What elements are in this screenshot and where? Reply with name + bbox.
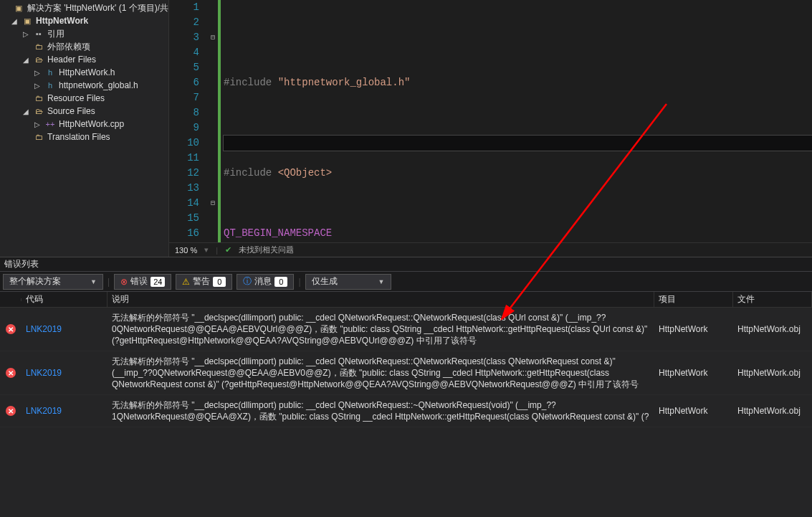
error-icon: ✕ bbox=[6, 324, 16, 334]
error-table-header: 代码 说明 项目 文件 bbox=[0, 292, 812, 308]
folder-icon: 🗀 bbox=[33, 93, 44, 104]
headers-label: Header Files bbox=[47, 54, 96, 65]
source-files-node[interactable]: ◢ 🗁 Source Files bbox=[0, 105, 168, 118]
error-icon: ✕ bbox=[6, 406, 16, 416]
table-row[interactable]: ✕ LNK2019 无法解析的外部符号 "__declspec(dllimpor… bbox=[0, 395, 812, 427]
code-editor[interactable]: 1234567891011121314151617 ⊟ ⊟ #include "… bbox=[169, 0, 812, 257]
warnings-label: 警告 bbox=[193, 275, 210, 288]
expander-icon[interactable]: ▷ bbox=[33, 120, 42, 128]
info-icon: ⓘ bbox=[243, 275, 252, 288]
build-filter-label: 仅生成 bbox=[312, 275, 338, 288]
expander-icon[interactable]: ▷ bbox=[33, 82, 42, 90]
folder-icon: 🗀 bbox=[33, 131, 44, 143]
errors-count: 24 bbox=[151, 277, 165, 287]
line-number-gutter: 1234567891011121314151617 bbox=[169, 0, 208, 242]
error-file: HttpNetWork.obj bbox=[733, 398, 812, 424]
messages-label: 消息 bbox=[254, 275, 272, 288]
folder-icon: 🗁 bbox=[33, 105, 44, 117]
error-proj: HttpNetWork bbox=[654, 398, 733, 424]
code-body[interactable]: #include "httpnetwork_global.h" #include… bbox=[221, 0, 812, 242]
error-code[interactable]: LNK2019 bbox=[22, 398, 108, 424]
warning-icon: ⚠ bbox=[182, 277, 190, 287]
error-file: HttpNetWork.obj bbox=[733, 310, 812, 348]
header-file-2[interactable]: ▷ h httpnetwork_global.h bbox=[0, 79, 168, 92]
no-issues-text: 未找到相关问题 bbox=[239, 245, 294, 255]
sources-label: Source Files bbox=[47, 106, 95, 116]
references-icon: ▪▪ bbox=[33, 28, 44, 39]
cpp1-label: HttpNetWork.cpp bbox=[59, 119, 124, 129]
translation-label: Translation Files bbox=[47, 132, 110, 142]
project-label: HttpNetWork bbox=[36, 16, 88, 26]
expander-icon[interactable]: ◢ bbox=[22, 56, 30, 64]
solution-icon: ▣ bbox=[13, 2, 24, 14]
solution-node[interactable]: ▣ 解决方案 'HttpNetWork' (1 个项目)/共 bbox=[0, 1, 168, 14]
th-proj[interactable]: 项目 bbox=[654, 292, 733, 307]
ns-begin: QT_BEGIN_NAMESPACE bbox=[224, 227, 332, 239]
warnings-filter-button[interactable]: ⚠ 警告 0 bbox=[176, 274, 232, 290]
errors-filter-button[interactable]: ⊗ 错误 24 bbox=[114, 274, 171, 290]
pp-include: #include bbox=[224, 77, 272, 88]
error-code[interactable]: LNK2019 bbox=[22, 310, 108, 348]
expander-icon[interactable]: ▷ bbox=[22, 30, 30, 38]
pp-include: #include bbox=[224, 167, 272, 179]
project-node[interactable]: ◢ ▣ HttpNetWork bbox=[0, 14, 168, 27]
expander-icon[interactable]: ▷ bbox=[33, 69, 42, 77]
header-file-1[interactable]: ▷ h HttpNetWork.h bbox=[0, 66, 168, 79]
folder-icon: 🗀 bbox=[33, 41, 44, 52]
error-icon: ⊗ bbox=[120, 277, 128, 287]
error-file: HttpNetWork.obj bbox=[733, 354, 812, 392]
header-files-node[interactable]: ◢ 🗁 Header Files bbox=[0, 53, 168, 66]
error-proj: HttpNetWork bbox=[654, 354, 733, 392]
references-node[interactable]: ▷ ▪▪ 引用 bbox=[0, 27, 168, 40]
table-row[interactable]: ✕ LNK2019 无法解析的外部符号 "__declspec(dllimpor… bbox=[0, 308, 812, 351]
editor-status-bar: 130 % ▾ | ✔ 未找到相关问题 bbox=[169, 242, 812, 257]
include-path-1: "httpnetwork_global.h" bbox=[278, 77, 411, 88]
references-label: 引用 bbox=[47, 28, 65, 40]
include-path-2: <QObject> bbox=[278, 167, 333, 179]
cpp-file-1[interactable]: ▷ ++ HttpNetWork.cpp bbox=[0, 118, 168, 131]
project-icon: ▣ bbox=[22, 15, 33, 27]
error-desc: 无法解析的外部符号 "__declspec(dllimport) public:… bbox=[108, 398, 654, 424]
error-desc: 无法解析的外部符号 "__declspec(dllimport) public:… bbox=[108, 354, 654, 392]
resource-files-node[interactable]: 🗀 Resource Files bbox=[0, 92, 168, 105]
zoom-level[interactable]: 130 % bbox=[175, 246, 197, 255]
error-code[interactable]: LNK2019 bbox=[22, 354, 108, 392]
check-icon: ✔ bbox=[225, 245, 231, 255]
table-row[interactable]: ✕ LNK2019 无法解析的外部符号 "__declspec(dllimpor… bbox=[0, 351, 812, 395]
h-file-icon: h bbox=[44, 80, 56, 91]
solution-filter-label: 整个解决方案 bbox=[9, 275, 61, 288]
external-deps-node[interactable]: 🗀 外部依赖项 bbox=[0, 40, 168, 53]
messages-count: 0 bbox=[274, 277, 287, 287]
expander-icon[interactable]: ◢ bbox=[22, 108, 30, 115]
th-code[interactable]: 代码 bbox=[22, 292, 108, 307]
solution-filter-dropdown[interactable]: 整个解决方案 ▼ bbox=[3, 274, 103, 290]
solution-label: 解决方案 'HttpNetWork' (1 个项目)/共 bbox=[27, 2, 168, 14]
cpp-file-icon: ++ bbox=[44, 118, 56, 130]
th-file[interactable]: 文件 bbox=[733, 292, 812, 307]
h1-label: HttpNetWork.h bbox=[59, 67, 115, 77]
folder-icon: 🗁 bbox=[33, 54, 44, 65]
chevron-down-icon: ▼ bbox=[378, 278, 385, 285]
error-proj: HttpNetWork bbox=[654, 310, 733, 348]
fold-column[interactable]: ⊟ ⊟ bbox=[208, 0, 218, 242]
errors-label: 错误 bbox=[130, 275, 148, 288]
error-table-body[interactable]: ✕ LNK2019 无法解析的外部符号 "__declspec(dllimpor… bbox=[0, 308, 812, 517]
error-list-panel: 错误列表 整个解决方案 ▼ | ⊗ 错误 24 ⚠ 警告 0 ⓘ 消息 0 bbox=[0, 257, 812, 517]
warnings-count: 0 bbox=[213, 277, 226, 287]
th-desc[interactable]: 说明 bbox=[108, 292, 654, 307]
external-label: 外部依赖项 bbox=[47, 41, 90, 53]
h2-label: httpnetwork_global.h bbox=[59, 80, 138, 90]
messages-filter-button[interactable]: ⓘ 消息 0 bbox=[237, 274, 294, 290]
resource-label: Resource Files bbox=[47, 93, 105, 103]
translation-files-node[interactable]: 🗀 Translation Files bbox=[0, 131, 168, 143]
error-icon: ✕ bbox=[6, 368, 16, 378]
chevron-down-icon: ▼ bbox=[90, 278, 97, 285]
solution-explorer: ▣ 解决方案 'HttpNetWork' (1 个项目)/共 ◢ ▣ HttpN… bbox=[0, 0, 169, 257]
expander-icon[interactable]: ◢ bbox=[10, 17, 19, 25]
error-desc: 无法解析的外部符号 "__declspec(dllimport) public:… bbox=[108, 310, 654, 348]
panel-title: 错误列表 bbox=[4, 258, 39, 270]
h-file-icon: h bbox=[44, 67, 56, 78]
build-filter-dropdown[interactable]: 仅生成 ▼ bbox=[305, 274, 391, 290]
